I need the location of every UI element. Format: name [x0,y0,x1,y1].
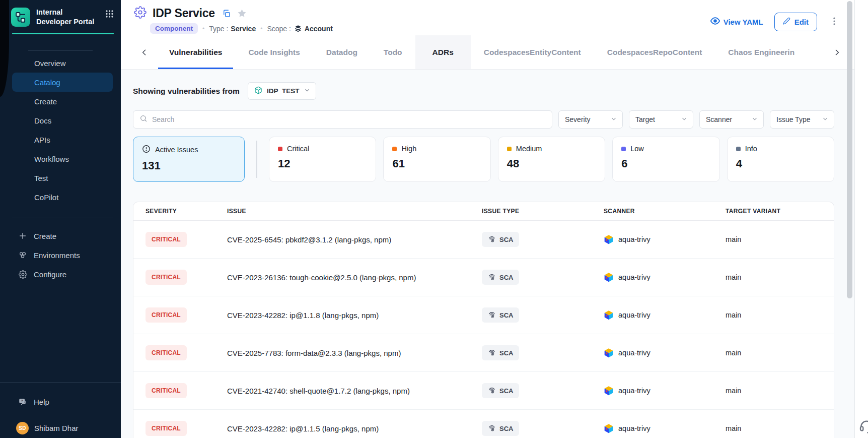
tab-code-insights[interactable]: Code Insights [235,35,313,69]
filter-target[interactable]: Target [629,110,693,129]
filter-scanner[interactable]: Scanner [699,110,764,129]
right-edge-strip [854,0,868,438]
chevron-down-icon [751,115,758,124]
edit-button[interactable]: Edit [774,13,817,31]
sidebar-item-apis[interactable]: APIs [12,130,113,149]
layers-icon [294,25,302,33]
tab-adrs[interactable]: ADRs [415,35,471,69]
sidebar-item-test[interactable]: Test [12,168,113,187]
kind-badge: Component [150,23,198,34]
info-count: 4 [736,157,825,170]
low-count: 6 [621,157,710,170]
service-gear-icon [134,6,147,21]
issue-type-badge: SCA [482,383,519,398]
table-row[interactable]: CRITICAL CVE-2021-42740: shell-quote@1.7… [133,372,834,410]
page-title: IDP Service [153,7,215,20]
trivy-logo-icon [604,310,614,320]
fingerprint-icon [488,311,496,319]
severity-badge: CRITICAL [146,345,187,360]
vertical-scrollbar[interactable] [847,1,852,298]
star-favorite-button[interactable] [236,8,248,19]
col-scanner: SCANNER [604,208,726,215]
table-row[interactable]: CRITICAL CVE-2023-42282: ip@1.1.5 (lang-… [133,410,834,438]
scanner-cell: aqua-trivy [604,386,726,396]
app-grid-icon[interactable] [105,10,114,20]
filter-issue-type[interactable]: Issue Type [770,110,834,129]
stat-card-high[interactable]: High 61 [383,137,490,182]
tab-chaos-engineering[interactable]: Chaos Engineerin [715,35,794,69]
cube-icon [254,86,262,96]
fingerprint-icon [488,273,496,281]
issue-text: CVE-2023-42282: ip@1.1.8 (lang-pkgs, npm… [227,311,482,320]
trivy-logo-icon [604,423,614,433]
more-options-button[interactable] [828,15,840,29]
table-row[interactable]: CRITICAL CVE-2023-26136: tough-cookie@2.… [133,259,834,296]
portal-logo-icon[interactable] [11,8,30,27]
table-row[interactable]: CRITICAL CVE-2023-42282: ip@1.1.8 (lang-… [133,296,834,334]
user-menu[interactable]: SD Shibam Dhar [0,418,121,438]
copy-name-button[interactable] [221,8,232,19]
app-window: Internal Developer Portal Overview Catal… [0,0,868,438]
high-count: 61 [392,157,481,170]
sidebar-item-copilot[interactable]: CoPilot [12,187,113,207]
sidebar-action-configure[interactable]: Configure [0,265,121,284]
tab-codespaces-entity-content[interactable]: CodespacesEntityContent [471,35,594,69]
sidebar-actions: Create Environments Configure [0,226,121,284]
chevron-down-icon [304,87,311,95]
severity-badge: CRITICAL [146,383,187,398]
sidebar-item-overview[interactable]: Overview [12,53,113,73]
medium-dot [507,147,512,151]
brand-accent-bar [12,33,114,34]
stat-card-low[interactable]: Low 6 [612,137,719,182]
entity-tabs: Vulnerabilities Code Insights Datadog To… [121,35,854,70]
sidebar-action-environments[interactable]: Environments [0,245,121,265]
sidebar-help[interactable]: ? Help [0,392,121,412]
sidebar-action-create[interactable]: Create [0,226,121,245]
support-headset-icon[interactable] [858,418,868,434]
tabs-scroll-right-button[interactable] [831,47,842,58]
sidebar-nav: Overview Catalog Create Docs APIs Workfl… [0,53,121,207]
stat-card-info[interactable]: Info 4 [727,137,834,182]
tab-todo[interactable]: Todo [371,35,415,69]
scanner-cell: aqua-trivy [604,234,726,244]
low-dot [621,147,626,151]
entity-meta: Component Type : Service Scope : Account [150,23,333,34]
col-severity: SEVERITY [146,208,227,215]
table-row[interactable]: CRITICAL CVE-2025-7783: form-data@2.3.3 … [133,334,834,372]
sidebar-item-catalog[interactable]: Catalog [12,73,113,92]
view-yaml-button[interactable]: View YAML [710,16,763,27]
filter-severity[interactable]: Severity [558,110,623,129]
table-row[interactable]: CRITICAL CVE-2025-6545: pbkdf2@3.1.2 (la… [133,221,834,259]
scanner-cell: aqua-trivy [604,310,726,320]
stat-card-active-issues[interactable]: Active Issues 131 [133,137,245,182]
sidebar: Internal Developer Portal Overview Catal… [0,0,121,438]
scanner-cell: aqua-trivy [604,423,726,433]
sidebar-item-docs[interactable]: Docs [12,111,113,130]
medium-count: 48 [507,157,596,170]
trivy-logo-icon [604,234,614,244]
tab-datadog[interactable]: Datadog [313,35,371,69]
issue-text: CVE-2023-26136: tough-cookie@2.5.0 (lang… [227,273,482,282]
sidebar-item-create[interactable]: Create [12,92,113,111]
severity-badge: CRITICAL [146,421,187,436]
filter-bar: Severity Target Scanner Issue Type [133,110,834,129]
sidebar-item-workflows[interactable]: Workflows [12,149,113,168]
user-name: Shibam Dhar [34,424,79,432]
stat-card-medium[interactable]: Medium 48 [498,137,605,182]
table-header: SEVERITY ISSUE ISSUE TYPE SCANNER TARGET… [133,202,834,221]
issue-type-badge: SCA [482,421,519,436]
gear-icon [18,270,27,279]
source-value: IDP_TEST [267,87,300,95]
issue-text: CVE-2025-7783: form-data@2.3.3 (lang-pkg… [227,349,482,357]
tab-vulnerabilities[interactable]: Vulnerabilities [156,35,235,69]
stat-card-critical[interactable]: Critical 12 [269,137,376,182]
fingerprint-icon [488,349,496,357]
tabs-scroll-left-button[interactable] [139,47,150,58]
search-input[interactable] [152,115,546,123]
plus-icon [18,231,27,240]
environments-icon [18,251,27,260]
chevron-down-icon [610,115,617,124]
source-select[interactable]: IDP_TEST [248,82,317,100]
tab-codespaces-repo-content[interactable]: CodespacesRepoContent [594,35,715,69]
severity-badge: CRITICAL [146,270,187,285]
